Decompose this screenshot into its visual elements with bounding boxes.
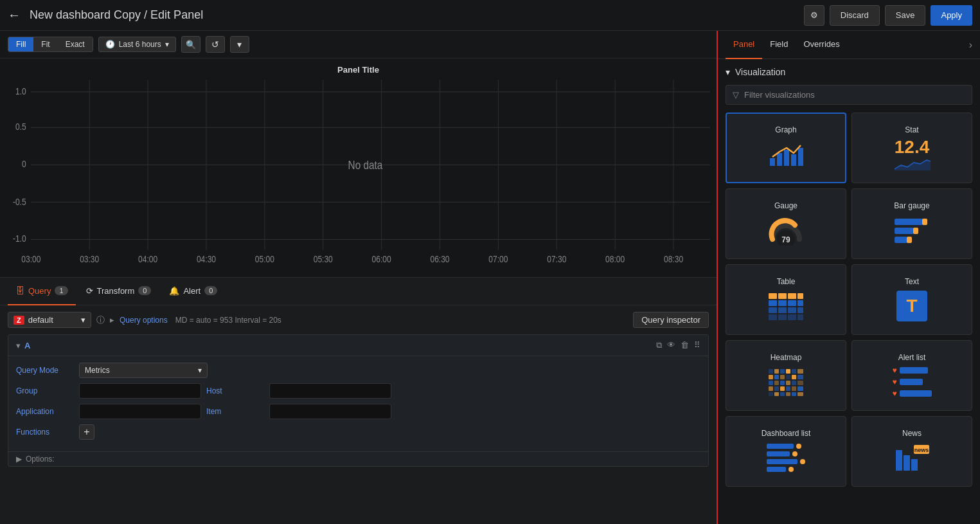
viz-card-alert-list[interactable]: Alert list ♥ ♥ ♥ <box>851 340 972 411</box>
svg-rect-83 <box>774 386 779 391</box>
item-input[interactable] <box>269 404 391 419</box>
viz-card-dashboard-list[interactable]: Dashboard list <box>726 416 846 487</box>
viz-card-stat[interactable]: Stat 12.4 <box>851 113 972 183</box>
bar-gauge-icon <box>893 214 931 246</box>
main-layout: Fill Fit Exact 🕐 Last 6 hours ▾ 🔍 ↺ ▾ Pa… <box>0 31 980 524</box>
filter-placeholder: Filter visualizations <box>744 90 815 100</box>
svg-rect-55 <box>797 300 803 306</box>
svg-rect-64 <box>769 369 773 374</box>
dl-dot <box>796 444 801 449</box>
svg-rect-70 <box>769 375 773 379</box>
apply-button[interactable]: Apply <box>931 5 972 26</box>
alert-list-wrap: ♥ ♥ ♥ <box>892 366 931 398</box>
settings-button[interactable]: ⚙ <box>804 5 824 26</box>
viz-table-label: Table <box>777 277 796 286</box>
time-range-label: Last 6 hours <box>119 40 161 49</box>
visualization-filter[interactable]: ▽ Filter visualizations <box>726 85 972 105</box>
svg-rect-66 <box>780 369 785 374</box>
viz-card-graph[interactable]: Graph <box>726 113 846 183</box>
time-range-picker[interactable]: 🕐 Last 6 hours ▾ <box>98 37 176 52</box>
back-button[interactable]: ← <box>8 8 21 23</box>
visualization-header[interactable]: ▾ Visualization <box>726 67 972 77</box>
query-tab[interactable]: 🗄 Query 1 <box>8 277 76 305</box>
viz-card-heatmap[interactable]: Heatmap <box>726 340 846 411</box>
viz-card-bar-gauge[interactable]: Bar gauge <box>851 188 972 259</box>
group-label[interactable]: Group <box>16 386 74 395</box>
fit-button[interactable]: Fit <box>33 37 57 51</box>
viz-card-news[interactable]: News news <box>851 416 972 487</box>
discard-button[interactable]: Discard <box>830 5 880 26</box>
dashboard-list-icon <box>767 442 805 474</box>
host-input[interactable] <box>269 383 391 399</box>
header: ← New dashboard Copy / Edit Panel ⚙ Disc… <box>0 0 980 31</box>
zoom-icon: 🔍 <box>186 40 196 50</box>
dl-line <box>767 459 797 464</box>
viz-news-label: News <box>902 429 922 438</box>
transform-tab[interactable]: ⟳ Transform 0 <box>78 277 159 305</box>
eye-icon[interactable]: 👁 <box>667 340 675 350</box>
exact-button[interactable]: Exact <box>58 37 93 51</box>
delete-icon[interactable]: 🗑 <box>681 340 689 350</box>
field-tab[interactable]: Field <box>762 31 796 59</box>
application-input[interactable] <box>79 404 201 419</box>
add-function-button[interactable]: + <box>79 424 94 440</box>
drag-handle-icon[interactable]: ⠿ <box>694 340 700 350</box>
svg-rect-67 <box>786 369 790 374</box>
viz-card-gauge[interactable]: Gauge 79 <box>726 188 846 259</box>
info-icon[interactable]: ⓘ <box>96 314 105 326</box>
dl-row <box>767 459 805 464</box>
functions-label[interactable]: Functions <box>16 428 74 437</box>
alert-list-row: ♥ <box>892 377 931 386</box>
panel-tab[interactable]: Panel <box>726 31 762 59</box>
alert-bar <box>900 367 928 374</box>
svg-rect-91 <box>786 392 790 396</box>
svg-rect-34 <box>770 158 775 166</box>
svg-rect-87 <box>797 386 803 391</box>
datasource-z-badge: Z <box>13 316 24 325</box>
save-button[interactable]: Save <box>885 5 926 26</box>
query-options-link[interactable]: Query options <box>120 316 168 325</box>
svg-rect-57 <box>778 307 787 313</box>
viz-card-text[interactable]: Text T <box>851 264 972 335</box>
overrides-tab[interactable]: Overrides <box>796 31 847 59</box>
functions-row: Functions + <box>16 424 700 440</box>
options-arrow-icon: ▶ <box>16 455 22 464</box>
datasource-row: Z default ▾ ⓘ ▸ Query options MD = auto … <box>8 312 709 328</box>
group-input[interactable] <box>79 383 201 399</box>
svg-rect-78 <box>780 381 785 385</box>
alert-tab[interactable]: 🔔 Alert 0 <box>161 277 225 305</box>
viz-gauge-label: Gauge <box>774 201 797 210</box>
svg-rect-90 <box>780 392 785 396</box>
options-row[interactable]: ▶ Options: <box>8 451 708 466</box>
fill-button[interactable]: Fill <box>8 37 33 51</box>
item-label[interactable]: Item <box>206 407 264 416</box>
dl-line <box>767 467 786 472</box>
more-options-button[interactable]: ▾ <box>230 36 249 53</box>
refresh-button[interactable]: ↺ <box>206 36 225 53</box>
svg-rect-63 <box>797 314 803 320</box>
right-panel-expand-icon[interactable]: › <box>969 39 972 51</box>
copy-icon[interactable]: ⧉ <box>656 340 662 350</box>
query-options-arrow: ▸ <box>110 315 114 325</box>
svg-rect-54 <box>788 300 796 306</box>
dl-dot <box>788 467 794 472</box>
query-editor: Z default ▾ ⓘ ▸ Query options MD = auto … <box>0 305 717 524</box>
svg-text:04:30: 04:30 <box>197 254 216 264</box>
viz-dashboard-list-label: Dashboard list <box>762 429 811 438</box>
query-inspector-button[interactable]: Query inspector <box>633 312 709 328</box>
visualization-title: Visualization <box>735 67 785 77</box>
svg-rect-58 <box>788 307 796 313</box>
datasource-select[interactable]: Z default ▾ <box>8 312 91 328</box>
dashboard-list-wrap <box>767 444 805 472</box>
chart-title: Panel Title <box>6 65 710 75</box>
zoom-out-button[interactable]: 🔍 <box>181 36 200 53</box>
query-a-label[interactable]: A <box>24 341 30 350</box>
application-label[interactable]: Application <box>16 407 74 416</box>
viz-card-table[interactable]: Table <box>726 264 846 335</box>
datasource-name: default <box>28 315 53 325</box>
chart-toolbar: Fill Fit Exact 🕐 Last 6 hours ▾ 🔍 ↺ ▾ <box>0 31 717 59</box>
svg-rect-97 <box>904 455 910 471</box>
query-mode-select[interactable]: Metrics ▾ <box>79 363 208 378</box>
host-label[interactable]: Host <box>206 386 264 395</box>
svg-text:06:00: 06:00 <box>372 254 391 264</box>
